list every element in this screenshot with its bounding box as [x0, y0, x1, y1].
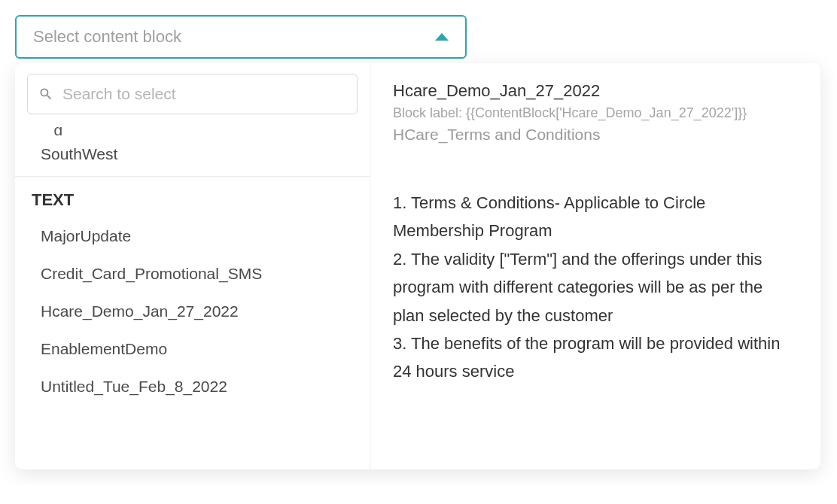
dropdown-panel: _ g SouthWest TEXT MajorUpdate Credit_Ca… — [15, 63, 820, 469]
cutoff-row: _ g — [15, 122, 370, 135]
content-block-select[interactable]: Select content block — [15, 15, 467, 59]
preview-pane: Hcare_Demo_Jan_27_2022 Block label: {{Co… — [370, 63, 820, 469]
search-icon — [38, 87, 53, 102]
section-header-text: TEXT — [15, 183, 370, 217]
preview-body-line: 2. The validity ["Term"] and the offerin… — [393, 245, 798, 329]
list-item[interactable]: SouthWest — [15, 135, 370, 173]
list-item[interactable]: Credit_Card_Promotional_SMS — [15, 255, 370, 293]
chevron-up-icon — [435, 33, 449, 41]
preview-body-line: 3. The benefits of the program will be p… — [393, 329, 798, 386]
search-input[interactable] — [62, 85, 346, 103]
options-list: _ g SouthWest TEXT MajorUpdate Credit_Ca… — [15, 63, 370, 469]
list-item[interactable]: MajorUpdate — [15, 217, 370, 255]
list-item[interactable]: Hcare_Demo_Jan_27_2022 — [15, 293, 370, 330]
preview-subtitle: HCare_Terms and Conditions — [393, 126, 798, 144]
cutoff-text: _ g — [41, 125, 62, 135]
preview-body: 1. Terms & Conditions- Applicable to Cir… — [393, 189, 798, 386]
list-item[interactable]: Untitled_Tue_Feb_8_2022 — [15, 368, 370, 405]
search-container — [27, 74, 358, 114]
select-placeholder: Select content block — [33, 27, 181, 47]
preview-block-label: Block label: {{ContentBlock['Hcare_Demo_… — [393, 105, 798, 121]
section-divider — [15, 176, 370, 177]
list-item[interactable]: EnablementDemo — [15, 330, 370, 368]
preview-body-line: 1. Terms & Conditions- Applicable to Cir… — [393, 189, 798, 245]
preview-title: Hcare_Demo_Jan_27_2022 — [393, 81, 798, 101]
